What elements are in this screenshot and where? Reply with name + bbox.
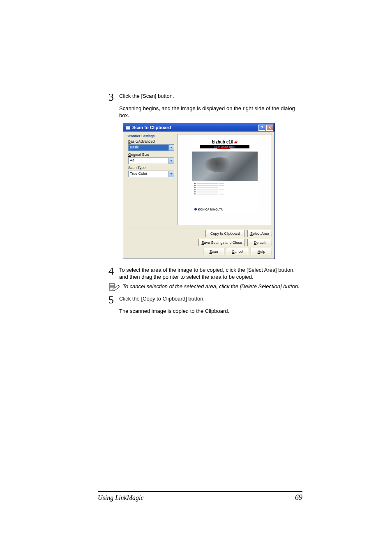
- original-size-field: Original Size A4: [128, 153, 175, 164]
- settings-panel: Scanner Settings Basic/Advanced Basic Or…: [126, 134, 175, 225]
- note-icon: [108, 283, 122, 293]
- close-button[interactable]: ×: [266, 125, 273, 131]
- select-value: True Color: [130, 171, 147, 176]
- brochure-image: [192, 152, 258, 181]
- step-number: 3: [108, 92, 119, 102]
- scan-dialog: Scan to Clipboard ? × Scanner Settings B…: [123, 123, 275, 259]
- step-body: Click the [Copy to Clipboard] button.: [119, 295, 205, 302]
- scanner-icon: [125, 125, 131, 130]
- field-label: Original Size: [128, 153, 175, 157]
- field-label: Scan Type: [128, 166, 175, 170]
- brochure-bullets: [192, 181, 258, 206]
- help-text-button[interactable]: Help: [251, 248, 272, 255]
- step-body: To select the area of the image to be co…: [119, 266, 302, 280]
- note: To cancel selection of the selected area…: [108, 283, 302, 293]
- original-size-select[interactable]: A4: [128, 157, 174, 164]
- button-row-3: Scan Cancel Help: [203, 248, 272, 255]
- button-row-1: Copy to Clipboard Select Area: [205, 230, 272, 237]
- step-number: 5: [108, 295, 119, 305]
- content-area: 3 Click the [Scan] button. Scanning begi…: [108, 92, 302, 318]
- page-number: 69: [295, 493, 302, 502]
- dialog-titlebar: Scan to Clipboard ? ×: [123, 123, 274, 132]
- select-value: Basic: [130, 145, 139, 149]
- bizhub-logo: bizhub c10 ▰: [212, 140, 238, 144]
- select-value: A4: [130, 158, 134, 162]
- help-button[interactable]: ?: [258, 125, 265, 131]
- note-text: To cancel selection of the selected area…: [122, 283, 300, 290]
- field-label: Basic/Advanced: [128, 139, 175, 143]
- preview-pane: bizhub c10 ▰ count on our colour: [178, 134, 272, 225]
- page: 3 Click the [Scan] button. Scanning begi…: [0, 0, 392, 555]
- dialog-buttons: Copy to Clipboard Select Area Save Setti…: [123, 228, 274, 259]
- scan-button[interactable]: Scan: [203, 248, 224, 255]
- step-number: 4: [108, 266, 119, 276]
- logo-accent: ▰: [234, 140, 238, 144]
- cancel-button[interactable]: Cancel: [227, 248, 248, 255]
- scan-type-select[interactable]: True Color: [128, 171, 174, 177]
- dialog-screenshot: Scan to Clipboard ? × Scanner Settings B…: [123, 123, 302, 259]
- button-row-2: Save Settings and Close Default: [198, 239, 272, 246]
- footer-rule: [98, 491, 302, 492]
- basic-advanced-select[interactable]: Basic: [128, 144, 174, 151]
- chevron-down-icon: [168, 145, 174, 150]
- scanned-brochure: bizhub c10 ▰ count on our colour: [192, 137, 258, 213]
- dialog-title: Scan to Clipboard: [132, 125, 171, 130]
- km-lens-icon: [194, 208, 197, 210]
- step-3: 3 Click the [Scan] button.: [108, 92, 302, 102]
- logo-tagline: count on our colour: [200, 145, 249, 148]
- chevron-down-icon: [168, 171, 174, 177]
- scan-type-field: Scan Type True Color: [128, 166, 175, 177]
- copy-to-clipboard-button[interactable]: Copy to Clipboard: [205, 230, 245, 237]
- group-title: Scanner Settings: [127, 134, 175, 138]
- svg-rect-1: [126, 126, 130, 127]
- step-body: Click the [Scan] button.: [119, 92, 174, 99]
- brochure-footer: KONICA MINOLTA: [192, 206, 258, 213]
- step-5-detail: The scanned image is copied to the Clipb…: [119, 308, 302, 314]
- step-instruction: Click the [Scan] button.: [119, 93, 174, 99]
- svg-rect-0: [126, 127, 130, 130]
- footer-section-title: Using LinkMagic: [98, 494, 144, 502]
- save-settings-button[interactable]: Save Settings and Close: [198, 239, 245, 246]
- basic-advanced-field: Basic/Advanced Basic: [128, 139, 175, 151]
- select-area-button[interactable]: Select Area: [247, 230, 272, 237]
- step-5: 5 Click the [Copy to Clipboard] button.: [108, 295, 302, 305]
- brochure-header: bizhub c10 ▰ count on our colour: [192, 137, 258, 152]
- step-3-detail: Scanning begins, and the image is displa…: [119, 105, 302, 119]
- step-4: 4 To select the area of the image to be …: [108, 266, 302, 280]
- dialog-body: Scanner Settings Basic/Advanced Basic Or…: [123, 132, 274, 228]
- default-button[interactable]: Default: [247, 239, 272, 246]
- chevron-down-icon: [168, 158, 174, 164]
